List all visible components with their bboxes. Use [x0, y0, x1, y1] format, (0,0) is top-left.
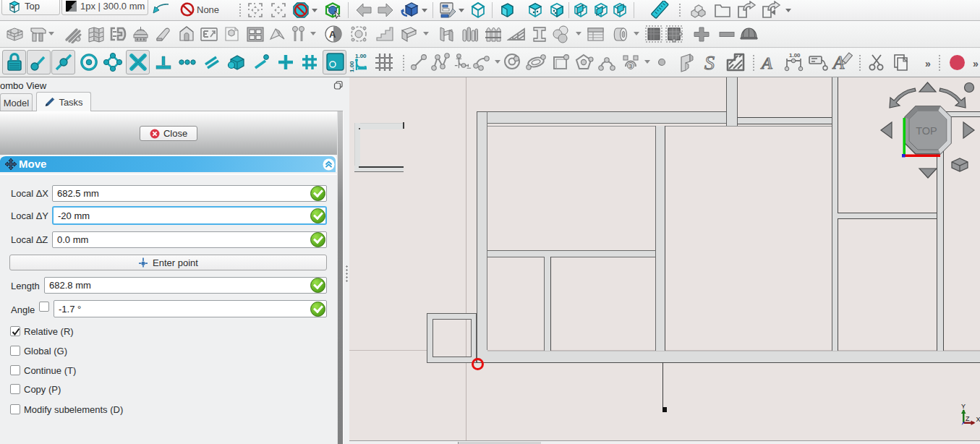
svg-text:3: 3 [629, 63, 633, 69]
svg-text:1.00: 1.00 [355, 53, 367, 59]
svg-text:S: S [704, 51, 715, 73]
svg-text:1.00: 1.00 [789, 52, 801, 59]
svg-text:Z: Z [966, 415, 970, 422]
svg-text:TOP: TOP [916, 125, 937, 137]
svg-text:Y: Y [961, 403, 966, 410]
svg-text:X: X [976, 416, 980, 423]
svg-text:A: A [329, 29, 336, 40]
svg-text:1.00: 1.00 [349, 61, 355, 72]
svg-text:A: A [760, 54, 772, 72]
